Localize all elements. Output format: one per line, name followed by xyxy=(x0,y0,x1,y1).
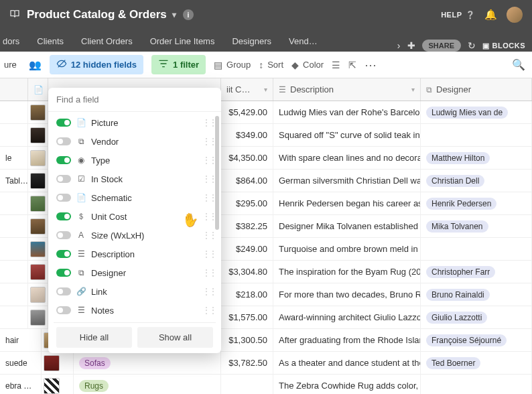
bell-icon[interactable]: 🔔 xyxy=(484,9,497,21)
cell-description[interactable]: German silversmith Christian Dell was a … xyxy=(273,170,421,192)
cell-type[interactable]: Sofas xyxy=(74,352,221,374)
cell-description[interactable]: With spare clean lines and no decorative… xyxy=(273,147,421,169)
linked-record-chip[interactable]: Ludwig Mies van de xyxy=(426,107,508,119)
table-tab[interactable]: Designers xyxy=(224,31,279,52)
cell-unit-cost[interactable]: $295.00 xyxy=(221,192,273,214)
cell-description[interactable]: Squared off "S" curve of solid teak in a… xyxy=(273,124,421,146)
drag-handle-icon[interactable]: ⋮⋮ xyxy=(202,155,216,165)
linked-record-chip[interactable]: Françoise Séjourné xyxy=(426,334,507,346)
field-toggle-item[interactable]: ASize (WxLxH)⋮⋮ xyxy=(54,226,218,245)
cell-description[interactable]: Ludwig Mies van der Rohe's Barcelona C… xyxy=(273,101,421,123)
field-toggle-item[interactable]: ◉Type⋮⋮ xyxy=(54,151,218,170)
field-toggle-item[interactable]: ☰Notes⋮⋮ xyxy=(54,301,218,320)
field-toggle-item[interactable]: 🔗Link⋮⋮ xyxy=(54,282,218,301)
cell-unit-cost[interactable]: $249.00 xyxy=(221,238,273,260)
cell-unit-cost[interactable]: $349.00 xyxy=(221,124,273,146)
drag-handle-icon[interactable]: ⋮⋮ xyxy=(202,193,216,202)
base-title[interactable]: Product Catalog & Orders ▾ xyxy=(27,8,176,21)
toggle-switch[interactable] xyxy=(56,250,71,258)
cell-picture[interactable] xyxy=(28,306,48,328)
search-icon[interactable]: 🔍 xyxy=(512,58,528,71)
chevron-right-icon[interactable]: › xyxy=(397,40,401,51)
toggle-switch[interactable] xyxy=(56,269,71,277)
cell-name[interactable] xyxy=(0,283,28,306)
toggle-switch[interactable] xyxy=(56,119,71,127)
cell-unit-cost[interactable]: $218.00 xyxy=(221,283,273,306)
linked-record-chip[interactable]: Christian Dell xyxy=(426,175,484,187)
cell-picture[interactable] xyxy=(28,170,48,192)
drag-handle-icon[interactable]: ⋮⋮ xyxy=(202,174,216,184)
table-tab[interactable]: Client Orders xyxy=(73,31,141,52)
cell-picture[interactable] xyxy=(42,375,74,394)
cell-description[interactable]: After graduating from the Rhode Island … xyxy=(273,329,421,351)
cell-picture[interactable] xyxy=(28,124,48,146)
cell-description[interactable]: Turquoise and ombre brown meld in glo… xyxy=(273,238,421,260)
table-tab[interactable]: Vend… xyxy=(281,31,326,52)
chevron-down-icon[interactable]: ▾ xyxy=(264,86,267,93)
field-toggle-item[interactable]: ☑In Stock⋮⋮ xyxy=(54,170,218,188)
cell-name[interactable]: suede xyxy=(0,352,42,374)
cell-name[interactable]: le xyxy=(0,147,28,169)
cell-designer[interactable]: Christopher Farr xyxy=(421,261,532,283)
cell-name[interactable] xyxy=(0,215,28,237)
col-header-name[interactable] xyxy=(0,78,28,101)
field-toggle-item[interactable]: 📄Schematic⋮⋮ xyxy=(54,188,218,207)
cell-designer[interactable] xyxy=(421,375,532,394)
linked-record-chip[interactable]: Henrik Pedersen xyxy=(426,198,496,210)
drag-handle-icon[interactable]: ⋮⋮ xyxy=(202,268,216,277)
field-search-input[interactable] xyxy=(56,94,213,105)
col-header-picture[interactable]: 📄 xyxy=(28,78,48,101)
drag-handle-icon[interactable]: ⋮⋮ xyxy=(202,137,216,146)
linked-record-chip[interactable]: Bruno Rainaldi xyxy=(426,289,490,301)
cell-description[interactable]: For more than two decades, Bruno Raina… xyxy=(273,283,421,306)
linked-record-chip[interactable]: Ted Boerner xyxy=(426,357,480,369)
table-row[interactable]: suedeSofas$3,782.50As a theater and danc… xyxy=(0,352,532,375)
cell-unit-cost[interactable]: $1,575.00 xyxy=(221,306,273,328)
field-toggle-item[interactable]: 📄Picture⋮⋮ xyxy=(54,113,218,132)
field-search[interactable] xyxy=(48,88,221,112)
chevron-down-icon[interactable]: ▾ xyxy=(411,86,415,93)
cell-designer[interactable]: Bruno Rainaldi xyxy=(421,283,532,306)
cell-description[interactable]: As a theater and dance student at the U… xyxy=(273,352,421,374)
help-button[interactable]: HELP ❔ xyxy=(441,11,475,19)
toggle-switch[interactable] xyxy=(56,306,71,314)
linked-record-chip[interactable]: Matthew Hilton xyxy=(426,152,490,164)
cell-name[interactable]: hair xyxy=(0,329,42,351)
cell-designer[interactable]: Ludwig Mies van de xyxy=(421,101,532,123)
col-header-designer[interactable]: ⧉Designer xyxy=(421,78,532,101)
cell-designer[interactable]: Henrik Pedersen xyxy=(421,192,532,214)
cell-unit-cost[interactable] xyxy=(221,375,273,394)
row-height-button[interactable]: ☰ xyxy=(332,60,340,70)
cell-picture[interactable] xyxy=(28,215,48,237)
color-button[interactable]: ◆Color xyxy=(291,60,324,70)
info-icon[interactable]: i xyxy=(183,9,194,20)
more-button[interactable]: ⋯ xyxy=(364,58,377,72)
add-table-icon[interactable]: ✚ xyxy=(407,40,415,51)
cell-designer[interactable]: Mika Tolvanen xyxy=(421,215,532,237)
toggle-switch[interactable] xyxy=(56,231,71,239)
cell-name[interactable] xyxy=(0,238,28,260)
cell-designer[interactable]: Matthew Hilton xyxy=(421,147,532,169)
history-icon[interactable]: ↻ xyxy=(468,40,476,51)
drag-handle-icon[interactable]: ⋮⋮ xyxy=(202,249,216,259)
cell-name[interactable] xyxy=(0,261,28,283)
cell-unit-cost[interactable]: $3,304.80 xyxy=(221,261,273,283)
toggle-switch[interactable] xyxy=(56,156,71,164)
cell-designer[interactable]: Christian Dell xyxy=(421,170,532,192)
cell-unit-cost[interactable]: $382.25 xyxy=(221,215,273,237)
linked-record-chip[interactable]: Giulio Lazzotti xyxy=(426,312,487,324)
col-header-unit-cost[interactable]: iit C…▾ xyxy=(221,78,273,101)
field-toggle-item[interactable]: ☰Description⋮⋮ xyxy=(54,245,218,263)
cell-picture[interactable] xyxy=(28,192,48,214)
sort-button[interactable]: ↕Sort xyxy=(259,60,283,70)
cell-picture[interactable] xyxy=(28,283,48,306)
cell-designer[interactable]: Giulio Lazzotti xyxy=(421,306,532,328)
table-tab[interactable]: dors xyxy=(0,31,27,52)
cell-unit-cost[interactable]: $3,782.50 xyxy=(221,352,273,374)
drag-handle-icon[interactable]: ⋮⋮ xyxy=(202,287,216,296)
drag-handle-icon[interactable]: ⋮⋮ xyxy=(202,118,216,127)
group-button[interactable]: ▤Group xyxy=(214,60,251,70)
cell-unit-cost[interactable]: $4,350.00 xyxy=(221,147,273,169)
cell-name[interactable]: Tabl… xyxy=(0,170,28,192)
cell-picture[interactable] xyxy=(28,101,48,123)
